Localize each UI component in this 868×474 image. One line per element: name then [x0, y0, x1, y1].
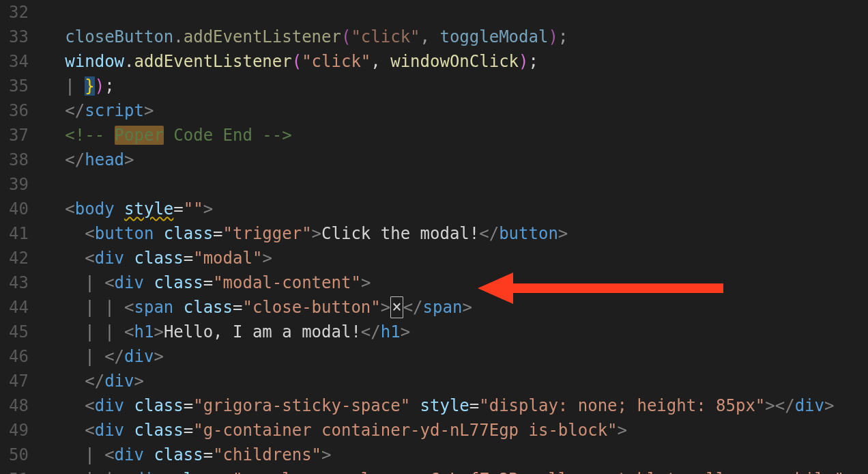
code-line[interactable]: <div class="modal">	[35, 246, 868, 270]
code-line[interactable]: </script>	[35, 98, 868, 123]
code-line[interactable]: <body style="">	[35, 197, 868, 221]
line-number: 42	[0, 246, 35, 270]
close-glyph: ×	[390, 296, 403, 318]
code-area[interactable]: closeButton.addEventListener("click", to…	[35, 0, 868, 474]
code-line[interactable]: | </div>	[35, 344, 868, 369]
line-number: 36	[0, 98, 35, 123]
line-number: 50	[0, 443, 35, 467]
line-number: 48	[0, 393, 35, 418]
line-number: 33	[0, 25, 35, 49]
code-line[interactable]: | | <h1>Hello, I am a modal!</h1>	[35, 320, 868, 344]
code-line[interactable]: | <div class="childrens">	[35, 443, 868, 467]
code-editor[interactable]: 32 33 34 35 36 37 38 39 40 41 42 43 44 4…	[0, 0, 868, 474]
code-line[interactable]	[35, 172, 868, 197]
line-number: 43	[0, 270, 35, 295]
line-number-gutter: 32 33 34 35 36 37 38 39 40 41 42 43 44 4…	[0, 0, 35, 474]
code-line[interactable]: </div>	[35, 369, 868, 393]
code-line[interactable]: | <div class="modal-content">	[35, 270, 868, 295]
code-line[interactable]: <button class="trigger">Click the modal!…	[35, 221, 868, 246]
line-number: 38	[0, 148, 35, 172]
line-number: 37	[0, 123, 35, 148]
line-number: 46	[0, 344, 35, 369]
code-line[interactable]: <!-- Poper Code End -->	[35, 123, 868, 148]
code-line[interactable]: <div class="g-container container-yd-nL7…	[35, 418, 868, 443]
line-number: 39	[0, 172, 35, 197]
line-number: 41	[0, 221, 35, 246]
line-number: 49	[0, 418, 35, 443]
line-number: 44	[0, 295, 35, 320]
code-line[interactable]: </head>	[35, 148, 868, 172]
code-line[interactable]: | | <span class="close-button">×</span>	[35, 295, 868, 320]
line-number: 40	[0, 197, 35, 221]
code-line[interactable]: window.addEventListener("click", windowO…	[35, 49, 868, 74]
code-line[interactable]: closeButton.addEventListener("click", to…	[35, 25, 868, 49]
code-line[interactable]: <div class="grigora-sticky-space" style=…	[35, 393, 868, 418]
line-number: 34	[0, 49, 35, 74]
line-number: 45	[0, 320, 35, 344]
line-number: 35	[0, 74, 35, 98]
line-number: 32	[0, 0, 35, 25]
code-line[interactable]: | | <div class="g-columns columns--CgLof…	[35, 467, 868, 474]
code-line[interactable]: | });	[35, 74, 868, 98]
line-number: 47	[0, 369, 35, 393]
line-number: 51	[0, 467, 35, 474]
